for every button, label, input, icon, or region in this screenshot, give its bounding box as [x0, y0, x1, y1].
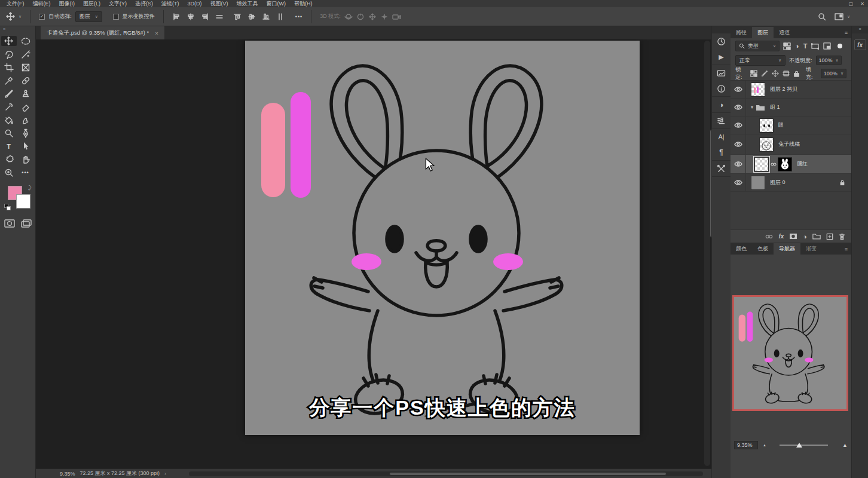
libraries-panel-button[interactable]	[716, 68, 727, 78]
auto-select-dropdown[interactable]: 图层 ∨	[75, 11, 102, 22]
status-zoom[interactable]: 9.35%	[60, 471, 75, 477]
group-row[interactable]: ▾ 组 1	[731, 99, 851, 117]
blend-mode-dropdown[interactable]: 正常 ∨	[735, 55, 786, 66]
align-right-icon[interactable]	[201, 13, 209, 21]
actions-panel-button[interactable]: ▶	[716, 52, 727, 62]
menu-plugins[interactable]: 增效工具	[233, 0, 262, 7]
visibility-toggle[interactable]	[731, 174, 746, 191]
menu-3d[interactable]: 3D(D)	[184, 0, 206, 7]
more-options-button[interactable]: •••	[295, 14, 302, 20]
tab-paths[interactable]: 路径	[731, 27, 752, 38]
tool-move[interactable]	[1, 36, 17, 46]
tool-eraser[interactable]	[18, 102, 33, 112]
adjustments-panel-button[interactable]: ◑	[716, 100, 727, 109]
layer-filter-dropdown[interactable]: 类型 ∨	[735, 41, 780, 51]
tool-paint-bucket[interactable]	[1, 115, 17, 125]
tool-magic-wand[interactable]	[18, 49, 33, 59]
3d-pan-icon[interactable]	[368, 13, 377, 21]
character-panel-button[interactable]: A|	[716, 132, 727, 142]
workspace-icon[interactable]	[835, 13, 843, 20]
document-canvas[interactable]: 分享一个PS快速上色的方法	[245, 41, 640, 435]
tab-layers[interactable]: 图层	[752, 27, 774, 38]
new-layer-icon[interactable]	[826, 233, 833, 240]
vertical-scrollbar[interactable]	[704, 41, 710, 466]
swap-colors-icon[interactable]: ⤸	[28, 185, 31, 191]
align-left-icon[interactable]	[172, 13, 181, 21]
tool-dodge[interactable]	[1, 128, 17, 138]
tool-custom-shape[interactable]	[1, 154, 17, 164]
visibility-toggle[interactable]	[731, 134, 746, 154]
layer-row[interactable]: 兔子线稿	[731, 134, 851, 155]
tab-color[interactable]: 颜色	[731, 243, 752, 255]
3d-roll-icon[interactable]	[356, 13, 365, 21]
horizontal-scrollbar-thumb[interactable]	[389, 472, 667, 476]
filter-type-icon[interactable]: T	[803, 42, 808, 50]
tab-navigator[interactable]: 导航器	[774, 243, 800, 255]
canvas-area[interactable]: 分享一个PS快速上色的方法	[36, 39, 711, 468]
lock-position-icon[interactable]	[772, 70, 779, 77]
new-group-icon[interactable]	[812, 233, 821, 240]
tab-channels[interactable]: 通道	[774, 27, 795, 38]
search-icon[interactable]	[818, 13, 826, 21]
filter-pixel-icon[interactable]	[783, 42, 791, 50]
filter-adjustment-icon[interactable]: ◑	[795, 42, 799, 50]
menu-file[interactable]: 文件(F)	[2, 0, 29, 7]
filter-toggle-button[interactable]	[838, 44, 842, 48]
navigator-zoom-field[interactable]: 9.35%	[734, 441, 758, 449]
3d-camera-icon[interactable]	[392, 13, 401, 20]
3d-slide-icon[interactable]	[380, 13, 389, 21]
layer-row-selected[interactable]: 腮红	[731, 155, 851, 174]
navigator-proxy-view[interactable]	[732, 295, 848, 411]
tool-type[interactable]: T	[1, 141, 17, 151]
layer-mask-thumbnail[interactable]	[778, 157, 792, 171]
clone-source-panel-button[interactable]	[716, 116, 727, 125]
tool-brush[interactable]	[1, 88, 17, 99]
menu-help[interactable]: 帮助(H)	[290, 0, 317, 7]
align-top-icon[interactable]	[233, 13, 242, 21]
tool-path-select[interactable]	[18, 141, 33, 151]
panel-menu-icon[interactable]: ≡	[845, 246, 848, 252]
tool-clone-stamp[interactable]	[18, 88, 33, 99]
tool-eyedropper[interactable]	[1, 75, 17, 85]
collapse-toolbar-button[interactable]: »	[0, 26, 35, 33]
auto-select-checkbox[interactable]	[39, 14, 45, 20]
tool-history-brush[interactable]	[1, 102, 17, 112]
visibility-toggle[interactable]	[731, 117, 746, 134]
tool-preset-caret-icon[interactable]: ∨	[19, 14, 22, 19]
delete-layer-icon[interactable]	[839, 233, 845, 240]
layer-name[interactable]: 眼	[778, 121, 784, 129]
layer-thumbnail[interactable]	[751, 176, 765, 190]
collapse-panels-button[interactable]: «	[852, 26, 868, 33]
tool-lasso[interactable]	[1, 49, 17, 59]
align-center-h-icon[interactable]	[187, 13, 195, 21]
horizontal-scrollbar[interactable]	[189, 471, 703, 476]
layer-thumbnail[interactable]	[759, 118, 774, 133]
panel-menu-icon[interactable]: ≡	[845, 30, 848, 36]
menu-window[interactable]: 窗口(W)	[262, 0, 291, 7]
history-panel-button[interactable]	[716, 36, 727, 46]
menu-filter[interactable]: 滤镜(T)	[157, 0, 184, 7]
lock-artboard-icon[interactable]	[783, 70, 790, 77]
add-mask-icon[interactable]	[789, 233, 797, 240]
layer-row[interactable]: 眼	[731, 117, 851, 134]
tool-more[interactable]: •••	[18, 167, 33, 177]
layer-thumbnail[interactable]	[751, 82, 765, 97]
tool-frame[interactable]	[18, 62, 33, 72]
info-panel-button[interactable]	[716, 84, 727, 93]
menu-select[interactable]: 选择(S)	[131, 0, 157, 7]
tool-hand[interactable]	[18, 154, 33, 164]
layer-thumbnail[interactable]	[754, 157, 769, 171]
opacity-field[interactable]: 100% ∨	[816, 56, 842, 65]
layer-name[interactable]: 腮红	[797, 160, 808, 168]
status-chevron-icon[interactable]: ›	[164, 471, 166, 477]
layer-mask-link-icon[interactable]	[771, 162, 777, 167]
navigator-zoom-slider[interactable]	[771, 441, 838, 449]
group-expand-caret-icon[interactable]: ▾	[751, 105, 753, 110]
restore-window-icon[interactable]: ▢	[849, 1, 854, 7]
close-tab-icon[interactable]: ×	[155, 30, 158, 36]
align-middle-icon[interactable]	[247, 13, 256, 21]
menu-layer[interactable]: 图层(L)	[79, 0, 105, 7]
tool-smudge[interactable]	[18, 115, 33, 125]
tool-crop[interactable]	[1, 62, 17, 72]
styles-panel-button[interactable]: fx	[854, 39, 866, 50]
